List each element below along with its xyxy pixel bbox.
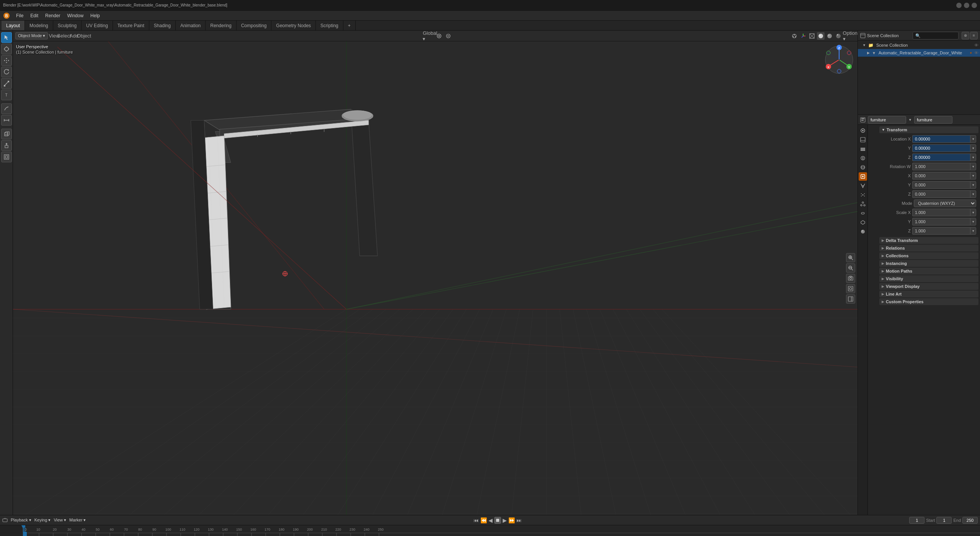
tool-rotate[interactable]: [1, 67, 12, 77]
viewport-camera[interactable]: [846, 274, 855, 283]
shading-rendered[interactable]: [835, 32, 842, 40]
rotation-y-inc[interactable]: ▾: [970, 181, 976, 189]
tool-select[interactable]: [1, 32, 12, 43]
scale-z-input[interactable]: [912, 227, 970, 235]
location-y-inc[interactable]: ▾: [970, 144, 976, 152]
prev-keyframe-btn[interactable]: ⏪: [480, 517, 487, 523]
location-x-input[interactable]: [912, 135, 970, 143]
prop-tab-modifiers[interactable]: [859, 181, 867, 190]
tab-compositing[interactable]: Compositing: [237, 21, 272, 30]
rotation-z-inc[interactable]: ▾: [970, 190, 976, 198]
scale-y-input[interactable]: [912, 218, 970, 226]
maximize-btn[interactable]: [964, 3, 969, 8]
close-btn[interactable]: [972, 3, 977, 8]
playback-btn[interactable]: Playback ▾: [11, 518, 31, 523]
outliner-filter-btn[interactable]: ⊕: [962, 32, 969, 39]
tab-add[interactable]: +: [343, 21, 356, 30]
tool-move[interactable]: [1, 55, 12, 66]
keying-btn[interactable]: Keying ▾: [34, 518, 51, 523]
scale-z-inc[interactable]: ▾: [970, 227, 976, 235]
viewport-scene[interactable]: [846, 284, 855, 293]
start-frame-input[interactable]: [936, 517, 952, 524]
tab-geometry-nodes[interactable]: Geometry Nodes: [271, 21, 316, 30]
delta-transform-header[interactable]: ▶ Delta Transform: [879, 237, 978, 244]
relations-header[interactable]: ▶ Relations: [879, 245, 978, 252]
rotation-x-inc[interactable]: ▾: [970, 172, 976, 180]
prop-tab-view-layer[interactable]: [859, 145, 867, 153]
menu-file[interactable]: File: [13, 12, 26, 19]
blender-logo[interactable]: B: [2, 11, 11, 20]
outliner-search[interactable]: [913, 32, 959, 39]
prop-tab-scene[interactable]: [859, 154, 867, 162]
play-btn[interactable]: ▶: [503, 517, 507, 523]
viewport-gizmo-btn[interactable]: [799, 32, 807, 40]
scale-x-inc[interactable]: ▾: [970, 209, 976, 216]
menu-render[interactable]: Render: [42, 12, 63, 19]
current-frame-input[interactable]: [909, 517, 924, 524]
minimize-btn[interactable]: [956, 3, 962, 8]
prop-tab-data[interactable]: [859, 218, 867, 227]
rotation-w-inc[interactable]: ▾: [970, 163, 976, 170]
viewport-object-btn[interactable]: Object: [80, 32, 88, 40]
window-controls[interactable]: [956, 3, 977, 8]
tab-animation[interactable]: Animation: [176, 21, 206, 30]
transform-header[interactable]: ▼ Transform: [879, 126, 978, 133]
tab-shading[interactable]: Shading: [149, 21, 176, 30]
viewport-select-btn[interactable]: Select: [60, 32, 68, 40]
tool-cursor[interactable]: [1, 44, 12, 54]
tab-modeling[interactable]: Modeling: [25, 21, 53, 30]
stop-btn[interactable]: [494, 517, 501, 524]
rotation-mode-select[interactable]: Quaternion (WXYZ) Euler XYZ Axis Angle: [914, 199, 976, 207]
outliner-object-eye[interactable]: 👁: [974, 51, 978, 55]
timeline-ruler[interactable]: 0 10 20 30 40 50 60 70 80: [0, 525, 980, 536]
tool-extrude[interactable]: [1, 140, 12, 151]
rotation-z-input[interactable]: [912, 190, 970, 198]
tab-sculpting[interactable]: Sculpting: [53, 21, 82, 30]
timeline-content[interactable]: 0 10 20 30 40 50 60 70 80: [23, 525, 980, 536]
viewport-zoom-in[interactable]: [846, 253, 855, 262]
location-z-input[interactable]: [912, 154, 970, 161]
prop-tab-render[interactable]: [859, 126, 867, 135]
scene-canvas[interactable]: User Perspective (1) Scene Collection | …: [13, 41, 858, 515]
marker-btn[interactable]: Marker ▾: [69, 518, 86, 523]
end-frame-input[interactable]: [962, 517, 978, 524]
next-keyframe-btn[interactable]: ⏩: [508, 517, 515, 523]
tool-annotate[interactable]: [1, 103, 12, 114]
tab-texture-paint[interactable]: Texture Paint: [113, 21, 149, 30]
outliner-options-btn[interactable]: ≡: [970, 32, 978, 39]
tool-add-cube[interactable]: [1, 129, 12, 139]
viewport-display-header[interactable]: ▶ Viewport Display: [879, 283, 978, 290]
outliner-scene-collection[interactable]: ▼ 📁 Scene Collection 👁: [858, 41, 980, 49]
jump-start-btn[interactable]: ⏮: [474, 517, 479, 523]
viewport-global-dropdown[interactable]: Global ▾: [426, 32, 434, 40]
3d-viewport[interactable]: Object Mode ▾ View Select Add Object Glo…: [13, 31, 858, 515]
shading-wireframe[interactable]: [808, 32, 816, 40]
motion-paths-header[interactable]: ▶ Motion Paths: [879, 268, 978, 275]
tool-inset[interactable]: [1, 152, 12, 162]
prop-tab-constraints[interactable]: [859, 209, 867, 217]
viewport-mode-dropdown[interactable]: Object Mode ▾: [15, 32, 48, 39]
prop-tab-material[interactable]: [859, 227, 867, 236]
prop-tab-physics[interactable]: [859, 200, 867, 208]
location-z-inc[interactable]: ▾: [970, 154, 976, 161]
rotation-w-input[interactable]: [912, 163, 970, 170]
location-x-inc[interactable]: ▾: [970, 135, 976, 143]
viewport-zoom-out[interactable]: [846, 263, 855, 273]
menu-window[interactable]: Window: [64, 12, 87, 19]
instancing-header[interactable]: ▶ Instancing: [879, 260, 978, 267]
viewport-overlay-dropdown[interactable]: [791, 32, 798, 40]
viewport-sidebar-toggle[interactable]: [846, 294, 855, 304]
menu-edit[interactable]: Edit: [27, 12, 41, 19]
rotation-x-input[interactable]: [912, 172, 970, 180]
play-reverse-btn[interactable]: ◀: [488, 517, 493, 523]
menu-help[interactable]: Help: [87, 12, 103, 19]
timeline-view-btn[interactable]: View ▾: [54, 518, 66, 523]
shading-solid[interactable]: [817, 32, 825, 40]
tab-layout[interactable]: Layout: [2, 21, 25, 30]
props-object-name-input[interactable]: [868, 116, 906, 124]
visibility-header[interactable]: ▶ Visibility: [879, 275, 978, 282]
line-art-header[interactable]: ▶ Line Art: [879, 291, 978, 297]
scale-y-inc[interactable]: ▾: [970, 218, 976, 226]
outliner-furniture-object[interactable]: ▶ ▼ Automatic_Retractable_Garage_Door_Wh…: [858, 49, 980, 57]
viewport-snap-btn[interactable]: [435, 32, 443, 40]
